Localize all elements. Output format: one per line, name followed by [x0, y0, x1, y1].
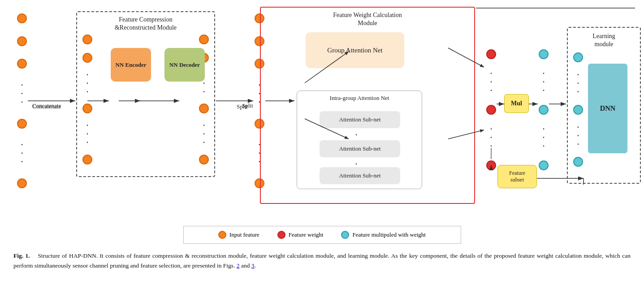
- group-attention-net: Group Attention Net: [306, 32, 404, 68]
- mul-box: Mul: [504, 94, 529, 113]
- diagram-area: ··· ··· Concatenate Feature Compression&…: [9, 4, 635, 224]
- legend-feature-weight: Feature weight: [277, 231, 324, 239]
- fc-in-dot-4: [82, 155, 92, 164]
- caption: Fig. 1. Structure of HAP-DNN. It consist…: [9, 251, 635, 270]
- dots-1: ···: [21, 82, 23, 106]
- fc-in-dots2: ···: [86, 122, 88, 146]
- concatenate-label: Concatenate: [32, 102, 61, 109]
- fc-out-dot-1: [199, 35, 209, 44]
- input-dot-2: [17, 36, 27, 46]
- intra-group-attention-net: Intra-group Attention Net Attention Sub-…: [297, 91, 422, 189]
- input-dot-3: [17, 59, 27, 69]
- legend-input-feature: Input feature: [218, 231, 259, 239]
- fc-module: Feature Compression&Reconstructed Module…: [76, 11, 215, 177]
- legend-orange-dot: [218, 231, 226, 239]
- fc-module-title: Feature Compression&Reconstructed Module: [77, 16, 214, 32]
- fw-dots2: ···: [490, 125, 492, 150]
- attention-subnet-2: Attention Sub-net: [320, 140, 400, 157]
- input-dot-5: [17, 178, 27, 188]
- fmw-dot-3: [539, 160, 549, 170]
- fc-out-dots2: ···: [203, 122, 205, 146]
- legend-weight-label: Feature weight: [289, 231, 324, 238]
- split-label: Split: [242, 102, 253, 109]
- dnn-box: DNN: [588, 64, 627, 153]
- legend: Input feature Feature weight Feature mul…: [183, 226, 461, 244]
- legend-red-dot: [277, 231, 285, 239]
- attention-subnet-3: Attention Sub-net: [320, 167, 400, 184]
- fig-label: Fig. 1.: [13, 252, 30, 259]
- lm-dot-1: [573, 52, 583, 62]
- fc-out-dot-4: [199, 155, 209, 164]
- fc-in-dot-3: [82, 104, 92, 113]
- learning-module-title: Learningmodule: [568, 32, 640, 48]
- fw-dot-3: [486, 160, 496, 170]
- input-feature-column: ··· ···: [17, 13, 27, 188]
- fc-in-dots: ···: [86, 71, 88, 95]
- feature-weight-column: ··· ···: [486, 49, 496, 170]
- feature-subset: Featuresubset: [497, 165, 537, 188]
- fmw-dots: ···: [543, 70, 545, 94]
- attention-subnet-1: Attention Sub-net: [320, 111, 400, 128]
- lm-dot-2: [573, 105, 583, 115]
- fmw-dot-2: [539, 105, 549, 115]
- lm-dots: ···: [577, 71, 579, 95]
- fw-dot-2: [486, 105, 496, 115]
- legend-input-label: Input feature: [229, 231, 259, 238]
- legend-blue-dot: [341, 231, 349, 239]
- fw-dots: ···: [490, 70, 492, 94]
- nn-decoder: NN Decoder: [164, 48, 205, 82]
- fig3-link[interactable]: 3: [251, 262, 255, 269]
- fc-in-dot-2: [82, 53, 92, 63]
- lm-dot-3: [573, 157, 583, 167]
- learning-module: Learningmodule ··· ··· DNN: [567, 27, 641, 184]
- fc-inner-col-left: ··· ···: [82, 35, 92, 164]
- fw-dot-1: [486, 49, 496, 59]
- legend-feature-multiplied: Feature multipuled with weight: [341, 231, 426, 239]
- legend-multiplied-label: Feature multipuled with weight: [352, 231, 426, 238]
- fwc-module-title: Feature Weight CalculationModule: [261, 11, 474, 27]
- fwc-module: Feature Weight CalculationModule Group A…: [260, 7, 475, 204]
- dots-2: ···: [21, 141, 23, 165]
- igan-title: Intra-group Attention Net: [297, 95, 422, 102]
- input-dot-4: [17, 119, 27, 129]
- nn-encoder: NN Encoder: [111, 48, 151, 82]
- fc-out-dot-3: [199, 104, 209, 113]
- fc-in-dot-1: [82, 35, 92, 44]
- fmw-dots2: ···: [543, 125, 545, 150]
- feature-multiplied-column: ··· ···: [539, 49, 549, 170]
- lm-dots2: ···: [577, 124, 579, 148]
- input-dot-1: [17, 13, 27, 23]
- fig2-link[interactable]: 2: [237, 262, 240, 269]
- fmw-dot-1: [539, 49, 549, 59]
